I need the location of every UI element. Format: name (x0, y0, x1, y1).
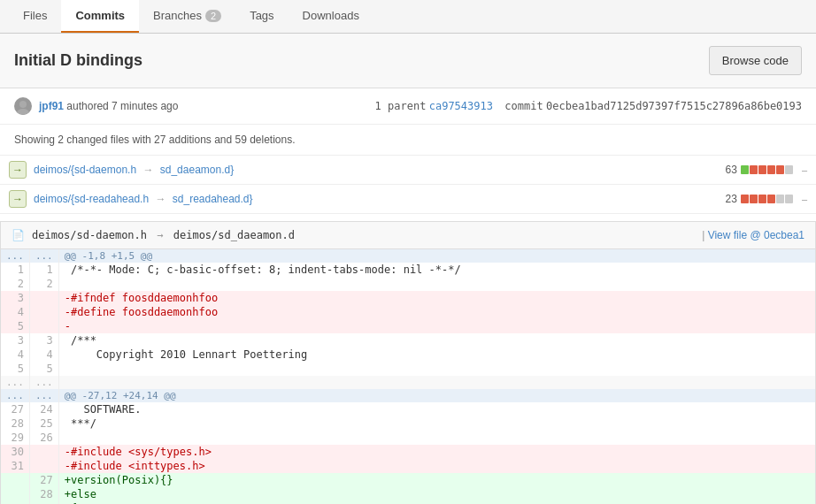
file-path-2: deimos/{sd-readahead.h → sd_readahead.d} (34, 193, 716, 205)
stat-block (758, 195, 766, 203)
file-stats-2: 23 – (716, 193, 807, 205)
hunk-line: ... ... @@ -1,8 +1,5 @@ (1, 249, 815, 263)
tab-downloads[interactable]: Downloads (289, 0, 373, 33)
tab-branches[interactable]: Branches2 (139, 0, 235, 33)
stat-block (741, 165, 749, 174)
diff-line: 27 24 SOFTWARE. (1, 402, 815, 416)
diff-line: 2 2 (1, 277, 815, 291)
browse-code-button[interactable]: Browse code (709, 46, 802, 75)
file-row: → deimos/{sd-daemon.h → sd_daeamon.d} 63… (0, 156, 816, 185)
diff-line: 31 -#include <inttypes.h> (1, 459, 815, 473)
diff-line: 4 -#define foosddaemonhfoo (1, 305, 815, 319)
hunk-line: ... ... @@ -27,12 +24,14 @@ (1, 389, 815, 402)
file-doc-icon: 📄 (12, 229, 25, 241)
stat-block (776, 165, 784, 174)
authored-text: authored 7 minutes ago (66, 100, 178, 112)
stat-block (767, 165, 775, 174)
parent-hash[interactable]: ca97543913 (429, 100, 493, 112)
author-info: jpf91 authored 7 minutes ago (39, 100, 375, 112)
tabs-container: Files Commits Branches2 Tags Downloads (0, 0, 816, 34)
expand-arrow-2[interactable]: → (9, 190, 27, 208)
diff-line: 28 25 ***/ (1, 416, 815, 431)
stat-block (785, 195, 793, 203)
tab-commits[interactable]: Commits (61, 0, 139, 33)
diff-line: 5 5 (1, 362, 815, 376)
file-from-link-1[interactable]: deimos/{sd-daemon.h (34, 164, 136, 176)
diff-filename: deimos/sd-daemon.h → deimos/sd_daeamon.d (32, 229, 295, 241)
stat-block (750, 165, 758, 174)
author-link[interactable]: jpf91 (39, 100, 64, 112)
file-to-link-2[interactable]: sd_readahead.d} (173, 193, 253, 205)
stat-block (758, 165, 766, 174)
author-row: jpf91 authored 7 minutes ago 1 parent ca… (0, 88, 816, 125)
file-to-link-1[interactable]: sd_daeamon.d} (160, 164, 234, 176)
diff-line: 29 26 (1, 431, 815, 445)
expand-arrow[interactable]: → (9, 161, 27, 179)
stat-block (776, 195, 784, 203)
commit-meta: 1 parent ca97543913 commit 0ecbea1bad712… (375, 100, 802, 112)
tab-tags[interactable]: Tags (235, 0, 288, 33)
diff-line: 30 -#include <sys/types.h> (1, 445, 815, 459)
view-file-link[interactable]: View file @ 0ecbea1 (708, 229, 804, 241)
commit-header: Initial D bindings Browse code (0, 34, 816, 88)
tab-files[interactable]: Files (9, 0, 61, 33)
stat-block (767, 195, 775, 203)
svg-point-1 (17, 109, 29, 115)
diff-section: 📄 deimos/sd-daemon.h → deimos/sd_daeamon… (0, 221, 816, 504)
file-stats-1: 63 – (716, 164, 807, 176)
stats-bar: Showing 2 changed files with 27 addition… (0, 125, 816, 156)
diff-line: 1 1 /*-*- Mode: C; c-basic-offset: 8; in… (1, 263, 815, 277)
file-list: → deimos/{sd-daemon.h → sd_daeamon.d} 63… (0, 156, 816, 214)
stat-block (785, 165, 793, 174)
diff-view-link: | View file @ 0ecbea1 (702, 229, 804, 241)
diff-line: 27 +version(Posix){} (1, 473, 815, 487)
diff-line: 5 - (1, 319, 815, 333)
diff-line: 28 +else (1, 487, 815, 501)
diff-line: 4 4 Copyright 2010 Lennart Poettering (1, 347, 815, 362)
diff-table: ... ... @@ -1,8 +1,5 @@ 1 1 /*-*- Mode: … (1, 249, 815, 504)
collapse-icon-2[interactable]: – (802, 194, 807, 204)
file-from-link-2[interactable]: deimos/{sd-readahead.h (34, 193, 149, 205)
avatar (14, 97, 32, 115)
ellipsis-line: ... ... (1, 376, 815, 389)
svg-point-0 (19, 101, 27, 108)
commit-hash: 0ecbea1bad7125d97397f7515c27896a86be0193 (546, 100, 802, 112)
file-path-1: deimos/{sd-daemon.h → sd_daeamon.d} (34, 164, 716, 176)
stat-block (750, 195, 758, 203)
commit-title: Initial D bindings (14, 51, 142, 70)
collapse-icon[interactable]: – (802, 164, 807, 175)
diff-line: 3 3 /*** (1, 333, 815, 347)
file-row: → deimos/{sd-readahead.h → sd_readahead.… (0, 185, 816, 214)
diff-header: 📄 deimos/sd-daemon.h → deimos/sd_daeamon… (1, 222, 815, 249)
diff-line: 3 -#ifndef foosddaemonhfoo (1, 291, 815, 305)
stat-block (741, 195, 749, 203)
